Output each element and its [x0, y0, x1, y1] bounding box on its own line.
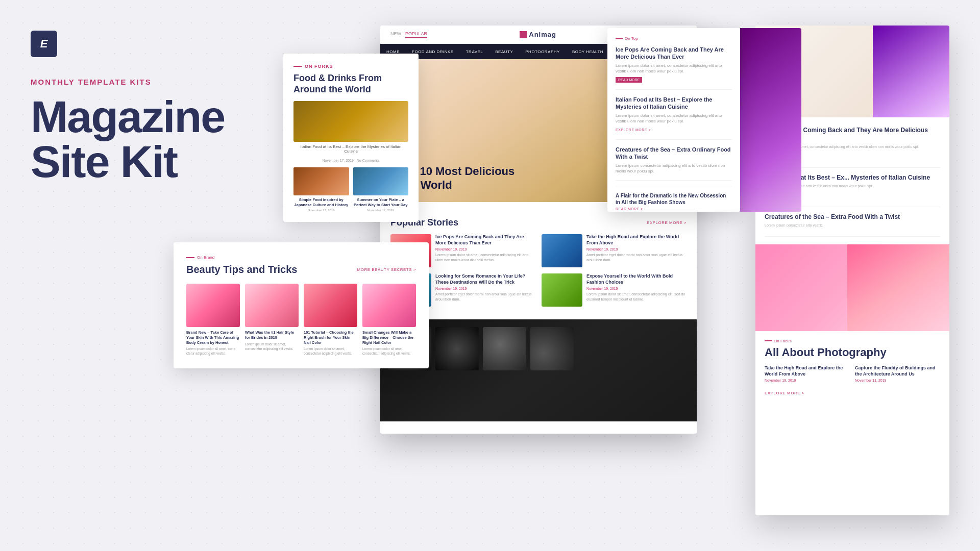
card-food: On Forks Food & Drinks From Around the W… — [283, 54, 419, 222]
food-article-2: Summer on Your Plate – a Perfect Way to … — [353, 167, 409, 212]
nav-beauty[interactable]: BEAUTY — [489, 49, 519, 54]
fashion-woman-image — [740, 28, 801, 212]
nav-travel[interactable]: TRAVEL — [460, 49, 489, 54]
mag-logo-icon — [520, 31, 527, 38]
story-desc-4: Lorem ipsum dolor sit amet, consectetur … — [586, 292, 687, 302]
sidebar-title-1: Ice Pops Are Coming Back and They Are Mo… — [616, 46, 732, 61]
story-desc-1: Lorem ipsum dolor sit amet, consectetur … — [435, 253, 535, 263]
food-article-grid: Simple Food Inspired by Japanese Culture… — [293, 167, 408, 212]
mag-logo-text: Animag — [529, 31, 556, 38]
beauty-item-title-1: Brand New – Take Care of Your Skin With … — [186, 330, 240, 345]
story-title-1: Ice Pops Are Coming Back and They Are Mo… — [435, 234, 535, 246]
right-article-title-3: Creatures of the Sea – Extra Food With a… — [765, 213, 940, 221]
beauty-item-title-2: What Was the #1 Hair Style for Brides in… — [245, 330, 299, 340]
story-img-2 — [542, 234, 582, 267]
stories-grid: Ice Pops Are Coming Back and They Are Mo… — [390, 234, 687, 307]
food-article-2-image — [353, 167, 409, 195]
fashion-read-more[interactable]: READ MORE > — [616, 207, 732, 211]
story-title-3: Looking for Some Romance in Your Life? T… — [435, 273, 535, 285]
beauty-item-text-1: Lorem ipsum dolor sit amet, cona ctetur … — [186, 346, 240, 356]
beauty-item-4: Small Changes Will Make a Big Difference… — [362, 284, 416, 356]
food-article-1: Simple Food Inspired by Japanese Culture… — [293, 167, 349, 212]
story-date-2: November 19, 2019 — [586, 247, 687, 251]
story-date-1: November 19, 2019 — [435, 247, 535, 251]
story-text-3: Looking for Some Romance in Your Life? T… — [435, 273, 535, 307]
beauty-item-2: What Was the #1 Hair Style for Brides in… — [245, 284, 299, 356]
beauty-item-text-3: Lorem ipsum dolor sit amet, consectetur … — [304, 346, 357, 356]
beauty-item-1: Brand New – Take Care of Your Skin With … — [186, 284, 240, 356]
sidebar-article-2: Italian Food at Its Best – Explore the M… — [616, 96, 732, 140]
explore-more-link[interactable]: EXPLORE MORE > — [647, 220, 687, 225]
story-desc-3: Amet porttitor eget dolor morbi non arou… — [435, 292, 535, 302]
story-title-2: Take the High Road and Explore the World… — [586, 234, 687, 246]
photo-article-2: Capture the Fluidity of Buildings and th… — [855, 365, 940, 382]
beauty-item-title-3: 101 Tutorial – Choosing the Right Brush … — [304, 330, 357, 345]
camera-4 — [530, 327, 574, 370]
story-title-4: Expose Yourself to the World With Bold F… — [586, 273, 687, 285]
mag-header-links: NEW POPULAR — [390, 31, 427, 38]
food-main-article-title: Italian Food at Its Best – Explore the M… — [293, 144, 408, 154]
photography-section: On Focus All About Photography Take the … — [765, 339, 940, 396]
card-beauty: On Brand Beauty Tips and Tricks MORE BEA… — [174, 242, 429, 368]
photo-tag: On Focus — [765, 339, 940, 343]
food-main-article-date: November 17, 2019 No Comments — [293, 159, 408, 162]
section-header: Popular Stories EXPLORE MORE > — [390, 217, 687, 228]
beauty-item-title-4: Small Changes Will Make a Big Difference… — [362, 330, 416, 345]
sidebar-article-3: Creatures of the Sea – Extra Ordinary Fo… — [616, 146, 732, 181]
nav-bodyhealth[interactable]: BODY HEALTH — [566, 49, 609, 54]
beauty-item-3: 101 Tutorial – Choosing the Right Brush … — [304, 284, 357, 356]
photo-title-2: Capture the Fluidity of Buildings and th… — [855, 365, 940, 377]
fashion-caption: A Flair for the Dramatic Is the New Obse… — [616, 187, 732, 211]
sidebar-article-1: Ice Pops Are Coming Back and They Are Mo… — [616, 46, 732, 90]
beauty-item-text-2: Lorem ipsum dolor sit amet, consectetur … — [245, 342, 299, 351]
food-main-image — [293, 101, 408, 142]
story-img-4 — [542, 273, 582, 307]
food-article-2-title: Summer on Your Plate – a Perfect Way to … — [353, 197, 409, 208]
food-card-tag: On Forks — [293, 64, 408, 69]
pink-woman-img — [847, 244, 949, 331]
main-title-line1: Magazine — [31, 91, 225, 142]
sidebar-title-2: Italian Food at Its Best – Explore the M… — [616, 96, 732, 111]
beauty-img-1 — [186, 284, 240, 327]
story-text-2: Take the High Road and Explore the World… — [586, 234, 687, 267]
food-article-1-date: November 17, 2019 — [293, 209, 349, 212]
story-date-4: November 19, 2019 — [586, 287, 687, 290]
mag-logo: Animag — [520, 31, 556, 38]
beauty-grid: Brand New – Take Care of Your Skin With … — [186, 284, 416, 356]
camera-3 — [483, 327, 526, 370]
story-item-4: Expose Yourself to the World With Bold F… — [542, 273, 687, 307]
pink-woman-section — [755, 244, 949, 331]
food-article-1-image — [293, 167, 349, 195]
photo-article-1: Take the High Road and Explore the World… — [765, 365, 850, 382]
photo-date-2: November 11, 2019 — [855, 379, 940, 382]
photo-date-1: November 19, 2019 — [765, 379, 850, 382]
story-text-1: Ice Pops Are Coming Back and They Are Mo… — [435, 234, 535, 267]
beauty-item-text-4: Lorem ipsum dolor sit amet, consectetur … — [362, 346, 416, 356]
story-item-2: Take the High Road and Explore the World… — [542, 234, 687, 267]
beauty-header: Beauty Tips and Tricks MORE BEAUTY SECRE… — [186, 264, 416, 276]
sidebar-text-1: Lorem ipsum dolor sit amet, consectetur … — [616, 63, 732, 74]
camera-2 — [435, 327, 479, 370]
fashion-caption-title: A Flair for the Dramatic Is the New Obse… — [616, 192, 732, 206]
sidebar-badge-1[interactable]: READ MORE — [616, 77, 642, 83]
story-text-4: Expose Yourself to the World With Bold F… — [586, 273, 687, 307]
mag-header-new: NEW — [390, 31, 401, 38]
beauty-img-3 — [304, 284, 357, 327]
elementor-logo: E — [31, 31, 57, 57]
fashion-overlay — [740, 28, 801, 212]
photo-grid: Take the High Road and Explore the World… — [765, 365, 940, 382]
nav-photography[interactable]: PHOTOGRAPHY — [519, 49, 566, 54]
right-sidebar-panel: On Top Ice Pops Are Coming Back and They… — [607, 28, 740, 212]
photo-explore[interactable]: EXPLORE MORE > — [765, 391, 804, 395]
food-article-1-title: Simple Food Inspired by Japanese Culture… — [293, 197, 349, 208]
mag-header-popular: POPULAR — [405, 31, 427, 38]
sidebar-link-2[interactable]: EXPLORE MORE > — [616, 128, 651, 132]
sidebar-tag: On Top — [616, 36, 732, 41]
beauty-img-2 — [245, 284, 299, 327]
photography-title: All About Photography — [765, 346, 940, 359]
elementor-icon-label: E — [40, 37, 48, 51]
sidebar-text-2: Lorem ipsum dolor sit amet, consectetur … — [616, 113, 732, 124]
beauty-img-4 — [362, 284, 416, 327]
more-secrets-link[interactable]: MORE BEAUTY SECRETS > — [357, 267, 416, 272]
photo-title-1: Take the High Road and Explore the World… — [765, 365, 850, 377]
